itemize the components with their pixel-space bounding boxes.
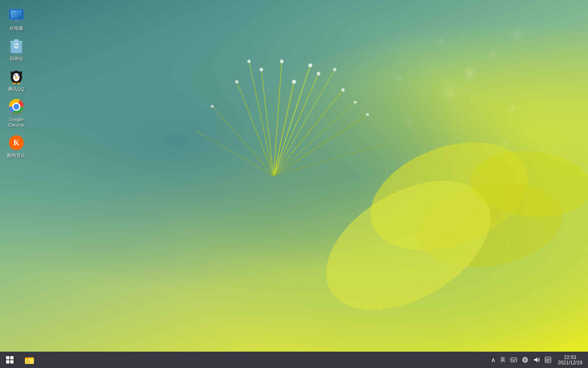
bokeh-circle: [503, 139, 510, 146]
svg-rect-33: [20, 18, 22, 19]
bokeh-circle: [506, 102, 519, 114]
svg-rect-39: [14, 39, 18, 41]
desktop-icon-this-pc[interactable]: 此电脑: [0, 4, 33, 34]
desktop-icon-google-chrome[interactable]: Google Chrome: [0, 95, 33, 132]
svg-rect-67: [515, 359, 516, 360]
svg-rect-36: [13, 21, 19, 22]
desktop-icon-recycle-bin[interactable]: 回收站: [0, 34, 33, 65]
desktop-icon-tencent-qq[interactable]: 腾讯QQ: [0, 65, 33, 95]
chrome-icon: [8, 99, 24, 115]
svg-rect-68: [512, 360, 515, 361]
bokeh-circle: [437, 37, 445, 45]
show-hidden-icons-button[interactable]: [489, 352, 498, 368]
recycle-bin-icon: [8, 38, 24, 54]
clock-time: 22:53: [564, 355, 576, 360]
taskbar: 英: [0, 352, 588, 368]
svg-rect-61: [26, 360, 29, 361]
start-button[interactable]: [0, 352, 20, 368]
taskbar-file-explorer-button[interactable]: [20, 352, 39, 368]
clock-tray[interactable]: 22:53 2021/12/19: [554, 352, 586, 368]
bokeh-circle: [508, 25, 527, 43]
this-pc-icon: [8, 7, 24, 24]
svg-rect-62: [26, 361, 31, 362]
network-tray[interactable]: [519, 352, 531, 368]
svg-rect-77: [546, 361, 549, 362]
file-explorer-icon: [25, 356, 34, 364]
language-indicator[interactable]: 英: [498, 352, 508, 368]
language-label: 英: [500, 356, 506, 364]
svg-point-46: [18, 75, 19, 76]
svg-rect-34: [11, 10, 22, 18]
qq-label: 腾讯QQ: [8, 86, 24, 92]
bokeh-circle: [439, 82, 461, 104]
svg-point-45: [15, 75, 16, 76]
svg-point-55: [13, 104, 19, 110]
action-center-button[interactable]: [542, 352, 554, 368]
svg-rect-60: [25, 357, 29, 359]
bokeh-circle: [488, 49, 498, 59]
chrome-label: Google Chrome: [2, 117, 31, 128]
volume-icon: [533, 357, 540, 363]
svg-rect-66: [513, 359, 514, 360]
chevron-up-icon: [491, 357, 495, 363]
clock-date: 2021/12/19: [558, 360, 582, 365]
network-icon: [522, 357, 528, 363]
svg-point-51: [17, 83, 20, 84]
input-method-tray[interactable]: [508, 352, 519, 368]
input-method-icon: [510, 357, 517, 363]
svg-rect-76: [546, 360, 550, 361]
svg-point-50: [13, 83, 16, 84]
desktop-icons-container: 此电脑 回收站: [0, 4, 33, 162]
svg-rect-75: [546, 359, 550, 359]
desktop-icon-kuwo-music[interactable]: K 酷狗音乐: [0, 131, 33, 162]
kuwo-icon: K: [8, 135, 24, 151]
taskbar-left: [0, 352, 39, 368]
desktop-background: [0, 0, 588, 352]
bokeh-circle: [402, 114, 416, 129]
this-pc-label: 此电脑: [10, 25, 23, 31]
recycle-bin-label: 回收站: [10, 56, 23, 61]
svg-text:K: K: [13, 139, 19, 147]
bokeh-circle: [461, 65, 478, 82]
svg-rect-35: [15, 20, 18, 21]
svg-rect-65: [512, 359, 512, 360]
svg-rect-32: [10, 18, 13, 19]
svg-rect-63: [26, 362, 30, 363]
qq-icon: [8, 68, 24, 85]
system-tray: 英: [489, 352, 588, 368]
bokeh-circle: [395, 74, 404, 83]
windows-logo-icon: [6, 356, 13, 364]
desktop: 此电脑 回收站: [0, 0, 588, 352]
volume-tray[interactable]: [531, 352, 542, 368]
svg-point-47: [15, 77, 18, 79]
action-center-icon: [545, 357, 551, 363]
kuwo-label: 酷狗音乐: [7, 153, 25, 158]
